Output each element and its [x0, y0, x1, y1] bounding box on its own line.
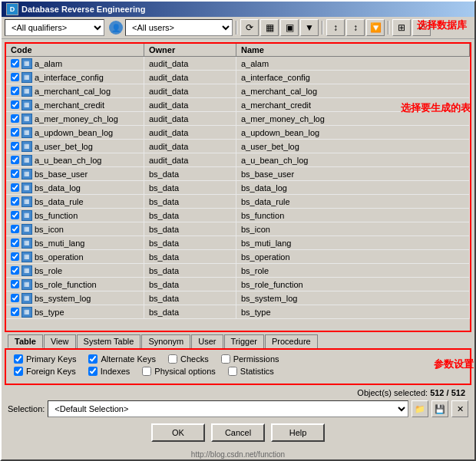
row-checkbox[interactable]	[11, 280, 19, 288]
tab-view[interactable]: View	[44, 334, 76, 348]
selection-dropdown[interactable]: <Default Selection>	[48, 400, 408, 417]
code-cell[interactable]: ▦a_u_bean_ch_log	[6, 153, 144, 166]
tab-procedure[interactable]: Procedure	[265, 334, 318, 348]
selection-btn-1[interactable]: 📁	[412, 400, 428, 417]
help-button[interactable]: Help	[271, 423, 325, 442]
row-checkbox[interactable]	[11, 114, 19, 123]
toolbar-btn-filter[interactable]: 🔽	[366, 19, 385, 36]
option-checks[interactable]: Checks	[168, 354, 209, 364]
option-checkbox-foreign_keys[interactable]	[14, 367, 23, 376]
table-row[interactable]: ▦bs_iconbs_databs_icon	[6, 222, 470, 236]
toolbar-btn-arrow[interactable]: ▼	[300, 19, 319, 36]
row-checkbox[interactable]	[11, 197, 19, 206]
code-cell[interactable]: ▦bs_operation	[6, 250, 144, 263]
table-row[interactable]: ▦bs_system_logbs_databs_system_log	[6, 291, 470, 305]
tab-trigger[interactable]: Trigger	[224, 334, 264, 348]
code-cell[interactable]: ▦a_merchant_credit	[6, 98, 144, 111]
table-body[interactable]: ▦a_alamaudit_dataa_alam▦a_interface_conf…	[6, 57, 470, 331]
row-checkbox[interactable]	[11, 211, 19, 219]
toolbar-btn-deselect[interactable]: ▣	[280, 19, 299, 36]
cancel-button[interactable]: Cancel	[211, 423, 265, 442]
code-cell[interactable]: ▦a_updown_bean_log	[6, 126, 144, 139]
options-panel: Primary KeysAlternate KeysChecksPermissi…	[5, 348, 471, 385]
option-checkbox-primary_keys[interactable]	[14, 354, 23, 364]
row-checkbox[interactable]	[11, 266, 19, 275]
code-cell[interactable]: ▦bs_data_log	[6, 181, 144, 194]
table-row[interactable]: ▦a_merchant_cal_logaudit_dataa_merchant_…	[6, 84, 470, 98]
code-cell[interactable]: ▦bs_muti_lang	[6, 236, 144, 249]
row-checkbox[interactable]	[11, 128, 19, 137]
row-checkbox[interactable]	[11, 73, 19, 81]
user-select[interactable]: <All users>	[125, 19, 233, 36]
table-row[interactable]: ▦bs_role_functionbs_databs_role_function	[6, 278, 470, 291]
code-cell[interactable]: ▦a_interface_config	[6, 71, 144, 84]
table-row[interactable]: ▦bs_typebs_databs_type	[6, 305, 470, 319]
toolbar-btn-select[interactable]: ▦	[260, 19, 279, 36]
row-checkbox[interactable]	[11, 59, 19, 68]
ok-button[interactable]: OK	[151, 423, 205, 442]
option-statistics[interactable]: Statistics	[228, 367, 274, 376]
tab-synonym[interactable]: Synonym	[141, 334, 190, 348]
table-row[interactable]: ▦a_user_bet_logaudit_dataa_user_bet_log	[6, 140, 470, 153]
code-cell[interactable]: ▦bs_data_rule	[6, 195, 144, 208]
option-checkbox-statistics[interactable]	[228, 367, 237, 376]
code-cell[interactable]: ▦bs_role	[6, 264, 144, 277]
row-checkbox[interactable]	[11, 294, 19, 302]
toolbar-btn-refresh[interactable]: ⟳	[240, 19, 259, 36]
table-row[interactable]: ▦a_mer_money_ch_logaudit_dataa_mer_money…	[6, 112, 470, 126]
option-permissions[interactable]: Permissions	[221, 354, 279, 364]
row-checkbox[interactable]	[11, 252, 19, 261]
tab-system-table[interactable]: System Table	[77, 334, 141, 348]
option-primary_keys[interactable]: Primary Keys	[14, 354, 76, 364]
toolbar-btn-sort1[interactable]: ↕	[326, 19, 345, 36]
code-cell[interactable]: ▦a_alam	[6, 57, 144, 70]
option-physical_options[interactable]: Physical options	[142, 367, 216, 376]
row-checkbox[interactable]	[11, 142, 19, 150]
code-cell[interactable]: ▦a_user_bet_log	[6, 140, 144, 153]
row-checkbox[interactable]	[11, 183, 19, 192]
toolbar-btn-extra1[interactable]: ⊞	[392, 19, 411, 36]
table-row[interactable]: ▦bs_functionbs_databs_function	[6, 209, 470, 222]
tab-table[interactable]: Table	[8, 334, 43, 348]
code-cell[interactable]: ▦a_merchant_cal_log	[6, 84, 144, 97]
option-indexes[interactable]: Indexes	[88, 367, 131, 376]
code-cell[interactable]: ▦a_mer_money_ch_log	[6, 112, 144, 125]
option-checkbox-alternate_keys[interactable]	[88, 354, 98, 364]
qualifier-select[interactable]: <All qualifiers>	[5, 19, 104, 36]
option-checkbox-permissions[interactable]	[221, 354, 230, 364]
row-checkbox[interactable]	[11, 308, 19, 316]
code-cell[interactable]: ▦bs_system_log	[6, 291, 144, 305]
table-row[interactable]: ▦bs_data_rulebs_databs_data_rule	[6, 195, 470, 209]
table-row[interactable]: ▦bs_operationbs_databs_operation	[6, 250, 470, 264]
selection-btn-2[interactable]: 💾	[431, 400, 448, 417]
code-cell[interactable]: ▦bs_icon	[6, 222, 144, 235]
table-row[interactable]: ▦a_u_bean_ch_logaudit_dataa_u_bean_ch_lo…	[6, 153, 470, 167]
toolbar-btn-sort2[interactable]: ↕	[346, 19, 365, 36]
table-row[interactable]: ▦bs_base_userbs_databs_base_user	[6, 167, 470, 181]
option-foreign_keys[interactable]: Foreign Keys	[14, 367, 76, 376]
table-row[interactable]: ▦bs_muti_langbs_databs_muti_lang	[6, 236, 470, 250]
table-row[interactable]: ▦bs_data_logbs_databs_data_log	[6, 181, 470, 195]
code-cell[interactable]: ▦bs_base_user	[6, 167, 144, 180]
option-checkbox-physical_options[interactable]	[142, 367, 151, 376]
selection-btn-3[interactable]: ✕	[451, 400, 468, 417]
row-checkbox[interactable]	[11, 156, 19, 164]
code-cell[interactable]: ▦bs_role_function	[6, 278, 144, 291]
option-checkbox-checks[interactable]	[168, 354, 177, 364]
table-row[interactable]: ▦a_merchant_creditaudit_dataa_merchant_c…	[6, 98, 470, 112]
toolbar-btn-extra2[interactable]: ✓	[412, 19, 431, 36]
code-cell[interactable]: ▦bs_type	[6, 305, 144, 318]
option-checkbox-indexes[interactable]	[88, 367, 98, 376]
table-row[interactable]: ▦bs_rolebs_databs_role	[6, 264, 470, 278]
option-alternate_keys[interactable]: Alternate Keys	[88, 354, 156, 364]
code-cell[interactable]: ▦bs_function	[6, 209, 144, 222]
row-checkbox[interactable]	[11, 170, 19, 178]
row-checkbox[interactable]	[11, 87, 19, 95]
tab-user[interactable]: User	[191, 334, 223, 348]
row-checkbox[interactable]	[11, 239, 19, 247]
row-checkbox[interactable]	[11, 100, 19, 109]
row-checkbox[interactable]	[11, 225, 19, 233]
table-row[interactable]: ▦a_updown_bean_logaudit_dataa_updown_bea…	[6, 126, 470, 140]
table-row[interactable]: ▦a_alamaudit_dataa_alam	[6, 57, 470, 71]
table-row[interactable]: ▦a_interface_configaudit_dataa_interface…	[6, 71, 470, 84]
